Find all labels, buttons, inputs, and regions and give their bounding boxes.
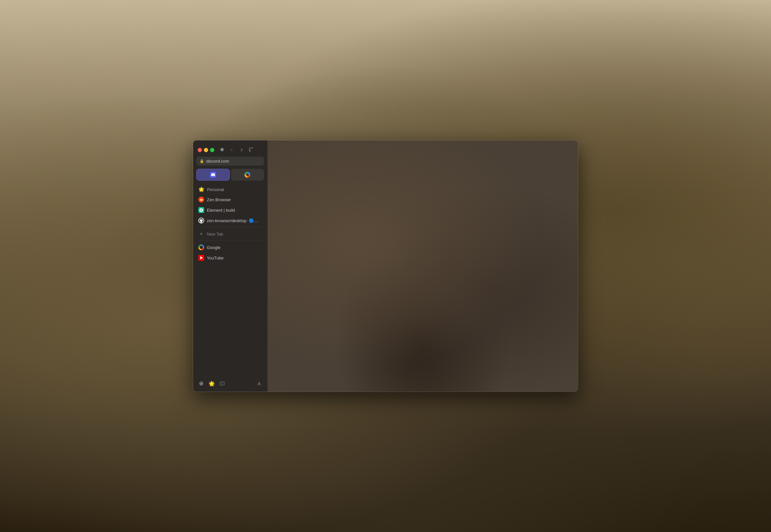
tab-google[interactable]: [231, 169, 264, 181]
new-tab-item[interactable]: + New Tab: [196, 229, 265, 239]
tab-discord[interactable]: [196, 169, 230, 181]
browser-window: 🔒 discord.com: [193, 140, 578, 392]
sidebar-item-zen-browser[interactable]: Zen Browser: [196, 194, 265, 205]
svg-point-2: [201, 383, 202, 384]
nav-section: 🌟 Personal Zen Browser: [193, 183, 267, 377]
sidebar-bottom: 🌟: [193, 377, 267, 392]
maximize-button[interactable]: [210, 148, 214, 152]
addressbar-url: discord.com: [206, 159, 229, 164]
sidebar-item-element[interactable]: Element | build: [196, 205, 265, 215]
google-nav-icon: [198, 244, 204, 250]
element-icon-shape: [198, 207, 204, 213]
personal-label: Personal: [207, 187, 224, 192]
google-favicon-inner: [246, 173, 249, 176]
google-bookmark-label: Google: [207, 245, 221, 250]
settings-button[interactable]: [219, 147, 225, 153]
reload-button[interactable]: [248, 146, 255, 153]
addressbar[interactable]: 🔒 discord.com: [196, 157, 264, 166]
downloads-button[interactable]: [256, 380, 263, 387]
media-button[interactable]: [219, 380, 226, 387]
google-tab-favicon: [244, 172, 250, 178]
youtube-icon-container: [198, 255, 204, 261]
discord-icon: [210, 172, 216, 178]
back-button[interactable]: [228, 146, 235, 153]
sidebar-item-youtube[interactable]: YouTube: [196, 253, 265, 263]
personal-emoji: 🌟: [198, 186, 205, 192]
nav-divider: [198, 227, 262, 227]
traffic-lights: [198, 148, 214, 152]
youtube-icon: [198, 255, 204, 261]
titlebar: [193, 140, 267, 157]
addressbar-row: 🔒 discord.com: [193, 157, 267, 169]
google-nav-favicon-container: [198, 244, 204, 250]
tabs-area: [193, 169, 267, 183]
emoji-button[interactable]: 🌟: [208, 380, 215, 387]
main-content: [268, 140, 578, 392]
github-icon-shape: [198, 218, 204, 223]
close-button[interactable]: [198, 148, 202, 152]
lock-icon: 🔒: [200, 159, 204, 163]
forward-button[interactable]: [238, 146, 245, 153]
github-label: zen-browser/desktop: 🔵 Exp: [207, 218, 259, 223]
github-icon: [198, 218, 204, 223]
personal-section-header: 🌟 Personal: [196, 185, 265, 194]
sidebar-item-google[interactable]: Google: [196, 242, 265, 253]
nav-divider-2: [198, 240, 262, 241]
zen-browser-icon: [198, 197, 204, 203]
minimize-button[interactable]: [204, 148, 208, 152]
settings-bottom-button[interactable]: [198, 380, 205, 387]
youtube-play-icon: [200, 256, 203, 259]
sidebar-item-github[interactable]: zen-browser/desktop: 🔵 Exp: [196, 215, 265, 226]
youtube-label: YouTube: [207, 256, 224, 260]
zen-browser-label: Zen Browser: [207, 197, 231, 202]
discord-favicon: [210, 172, 216, 178]
element-label: Element | build: [207, 208, 235, 213]
element-icon: [198, 207, 204, 213]
reddit-icon: [198, 197, 204, 203]
plus-icon: +: [198, 231, 204, 237]
new-tab-label: New Tab: [207, 232, 223, 237]
google-favicon: [244, 172, 250, 178]
sidebar: 🔒 discord.com: [193, 140, 268, 392]
